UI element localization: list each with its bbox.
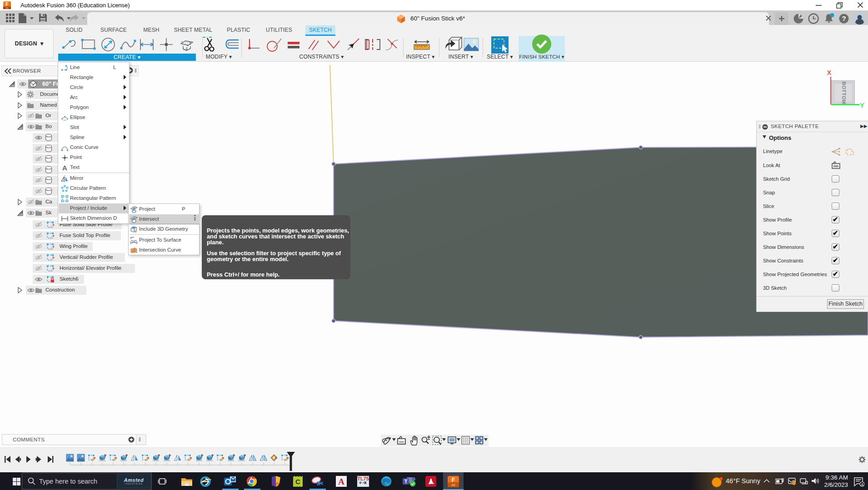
svg-text:A: A xyxy=(62,164,67,172)
svg-text:A: A xyxy=(338,477,344,486)
svg-text:4: 4 xyxy=(861,482,863,487)
svg-text:T: T xyxy=(404,479,408,484)
svg-text:TL75: TL75 xyxy=(357,476,369,481)
svg-text:360: 360 xyxy=(451,484,455,486)
svg-text:F: F xyxy=(452,477,455,483)
svg-text:?: ? xyxy=(842,15,846,22)
svg-text:C: C xyxy=(295,478,300,485)
